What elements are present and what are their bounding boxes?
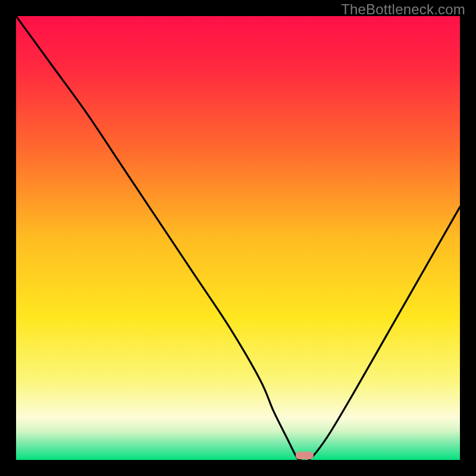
chart-plot-area <box>16 16 460 460</box>
chart-svg <box>16 16 460 460</box>
gradient-background <box>16 16 460 460</box>
watermark-label: TheBottleneck.com <box>341 1 465 18</box>
chart-frame: TheBottleneck.com <box>0 0 476 476</box>
optimum-marker <box>296 452 314 459</box>
